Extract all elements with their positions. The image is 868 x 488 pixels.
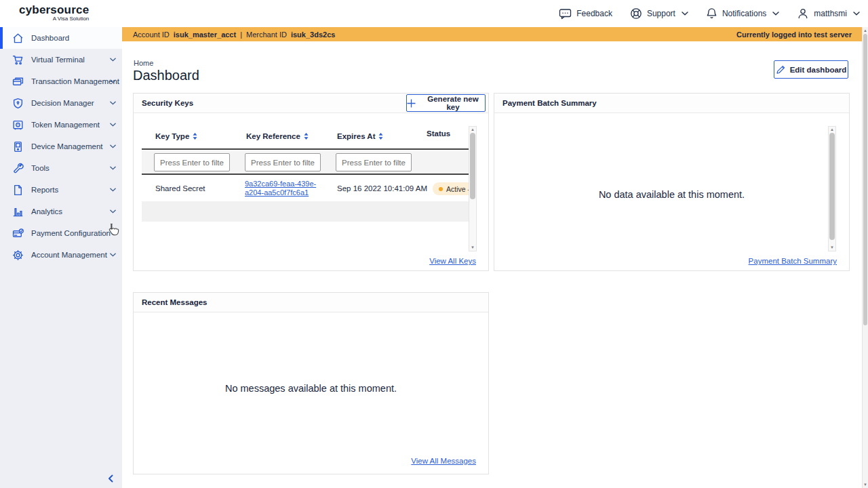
sidebar-item-label: Token Management (31, 121, 100, 129)
chevron-down-icon (110, 123, 116, 127)
feedback-icon (559, 8, 572, 20)
edit-dashboard-button[interactable]: Edit dashboard (774, 60, 848, 79)
indicator (0, 244, 3, 266)
pencil-icon (776, 65, 785, 75)
scroll-up-arrow-icon[interactable]: ▲ (469, 127, 476, 132)
sidebar-item-analytics[interactable]: Analytics (0, 201, 122, 222)
chevron-down-icon (110, 58, 116, 62)
sidebar-item-label: Transaction Management (31, 77, 119, 85)
page-scrollbar[interactable]: ▲ ▼ (862, 27, 868, 488)
sidebar-item-label: Reports (31, 186, 58, 194)
header-actions: Feedback Support (559, 0, 860, 27)
table-scrollbar[interactable]: ▲ ▼ (469, 126, 477, 251)
sidebar-item-reports[interactable]: Reports (0, 179, 122, 201)
filter-row (142, 151, 469, 175)
sidebar-collapse-button[interactable] (108, 474, 113, 483)
expires-at-cell: Sep 16 2022 10:41:09 AM (337, 184, 427, 192)
indicator (0, 136, 3, 157)
sidebar-item-tools[interactable]: Tools (0, 157, 122, 179)
user-menu[interactable]: matthsmi (797, 7, 860, 20)
key-type-filter-input[interactable] (154, 153, 230, 171)
chevron-down-icon (110, 188, 116, 192)
scrollbar-thumb[interactable] (470, 133, 475, 199)
batch-scrollbar[interactable]: ▲ ▼ (828, 126, 836, 251)
status-dot-icon (439, 187, 443, 191)
app-root: cybersource A Visa Solution Feedback (0, 0, 868, 488)
scrollbar-thumb[interactable] (863, 34, 867, 325)
shield-lock-icon (12, 98, 24, 109)
scroll-down-arrow-icon[interactable]: ▼ (863, 482, 868, 487)
sidebar-item-account-management[interactable]: Account Management (0, 244, 122, 266)
sidebar-item-label: Analytics (31, 207, 62, 216)
merchant-id-value: isuk_3ds2cs (291, 30, 335, 39)
wrench-icon (12, 163, 24, 174)
column-label: Key Type (155, 132, 189, 140)
sidebar-nav: Dashboard Virtual Terminal Transaction M… (0, 27, 122, 488)
no-data-message: No data available at this moment. (494, 189, 849, 200)
column-header-key-reference[interactable]: Key Reference (246, 132, 309, 140)
table-row: Shared Secret 9a32ca69-feaa-439e-a204-aa… (142, 176, 469, 201)
payment-batch-summary-link[interactable]: Payment Batch Summary (749, 257, 837, 265)
edit-dashboard-label: Edit dashboard (790, 66, 847, 74)
sidebar-item-label: Device Management (31, 142, 102, 150)
generate-new-key-button[interactable]: Generate new key (406, 94, 486, 112)
key-reference-link[interactable]: 9a32ca69-feaa-439e-a204-aa5c0f7fc6a1 (245, 180, 317, 197)
feedback-button[interactable]: Feedback (559, 8, 612, 20)
sidebar-item-decision-manager[interactable]: Decision Manager (0, 92, 122, 114)
column-label: Status (427, 129, 450, 138)
key-type-cell: Shared Secret (155, 184, 205, 192)
bell-icon (706, 7, 717, 20)
chevron-down-icon (772, 12, 779, 16)
chevron-down-icon (110, 166, 116, 170)
feedback-label: Feedback (576, 9, 612, 18)
environment-banner: Account ID isuk_master_acct | Merchant I… (122, 27, 863, 41)
logo-tagline: A Visa Solution (19, 16, 89, 22)
column-header-status: Status (427, 129, 450, 138)
chevron-down-icon (110, 253, 116, 257)
indicator (0, 157, 3, 179)
key-reference-filter-input[interactable] (245, 153, 321, 171)
sidebar-item-payment-configuration[interactable]: Payment Configuration (0, 222, 122, 244)
column-header-key-type[interactable]: Key Type (155, 132, 197, 140)
sidebar-item-label: Dashboard (31, 34, 69, 42)
support-menu[interactable]: Support (630, 7, 688, 20)
sidebar-item-transaction-management[interactable]: Transaction Management (0, 70, 122, 92)
payment-batch-title: Payment Batch Summary (494, 94, 849, 113)
plus-icon (407, 99, 416, 108)
chevron-down-icon (110, 144, 116, 148)
view-all-messages-link[interactable]: View All Messages (411, 457, 476, 465)
sidebar-item-label: Decision Manager (31, 99, 94, 107)
scroll-down-arrow-icon[interactable]: ▼ (469, 245, 476, 250)
scroll-down-arrow-icon[interactable]: ▼ (829, 245, 835, 250)
bar-chart-icon (12, 206, 24, 218)
sidebar-item-virtual-terminal[interactable]: Virtual Terminal (0, 49, 122, 70)
sidebar-item-device-management[interactable]: Device Management (0, 136, 122, 157)
view-all-keys-link[interactable]: View All Keys (429, 257, 476, 265)
support-label: Support (647, 9, 675, 18)
breadcrumb[interactable]: Home (134, 59, 153, 67)
cybersource-logo[interactable]: cybersource A Visa Solution (19, 4, 89, 22)
vault-icon (12, 119, 24, 131)
sidebar-item-token-management[interactable]: Token Management (0, 114, 122, 136)
merchant-id-label: Merchant ID (246, 30, 287, 39)
payment-batch-summary-panel: Payment Batch Summary No data available … (494, 93, 850, 271)
notifications-menu[interactable]: Notifications (706, 7, 779, 20)
payment-config-icon (12, 228, 24, 239)
top-header: cybersource A Visa Solution Feedback (0, 0, 868, 27)
scroll-up-arrow-icon[interactable]: ▲ (829, 127, 835, 132)
column-header-expires-at[interactable]: Expires At (337, 132, 383, 140)
expires-at-filter-input[interactable] (336, 153, 412, 171)
security-keys-panel: Security Keys Generate new key Key Type … (133, 93, 489, 271)
sidebar-item-dashboard[interactable]: Dashboard (0, 27, 122, 49)
chevron-down-icon (110, 101, 116, 105)
account-id-value: isuk_master_acct (174, 30, 236, 39)
table-header-row: Key Type Key Reference Expires At Status (142, 126, 469, 150)
column-label: Key Reference (246, 132, 300, 140)
indicator (0, 49, 3, 70)
sidebar-item-label: Virtual Terminal (31, 56, 85, 64)
scrollbar-thumb[interactable] (829, 133, 835, 240)
page-title: Dashboard (133, 68, 199, 83)
recent-messages-panel: Recent Messages No messages available at… (133, 292, 489, 474)
scroll-up-arrow-icon[interactable]: ▲ (863, 28, 868, 33)
banner-separator: | (240, 30, 242, 39)
